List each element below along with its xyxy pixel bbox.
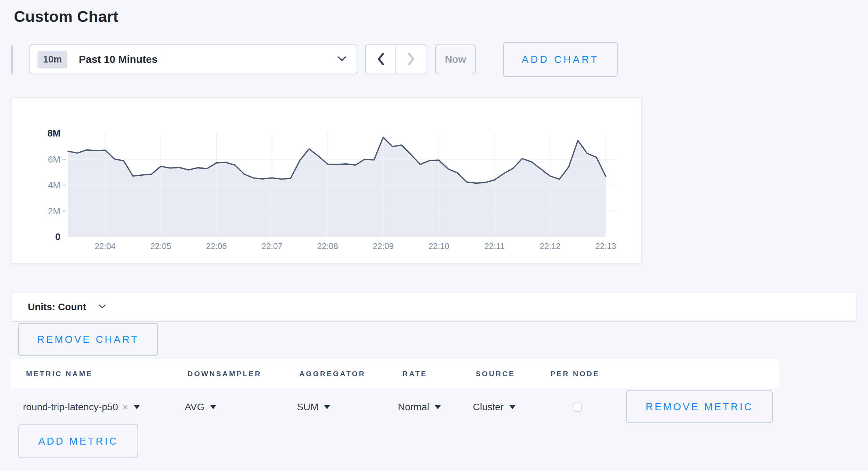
remove-metric-button[interactable]: REMOVE METRIC — [626, 390, 773, 423]
column-header-downsampler: DOWNSAMPLER — [187, 370, 261, 378]
downsampler-value: AVG — [185, 402, 205, 413]
column-header-aggregator: AGGREGATOR — [299, 370, 366, 378]
svg-text:8M: 8M — [47, 128, 60, 139]
downsampler-select[interactable]: AVG — [185, 397, 216, 418]
rate-select[interactable]: Normal — [398, 397, 441, 418]
column-header-per-node: PER NODE — [550, 370, 600, 378]
svg-text:4M: 4M — [48, 180, 60, 190]
time-next-button[interactable] — [396, 45, 426, 74]
column-header-metric-name: METRIC NAME — [26, 370, 93, 378]
units-dropdown[interactable]: Units: Count — [11, 292, 857, 322]
svg-text:6M: 6M — [48, 154, 60, 165]
per-node-checkbox[interactable] — [574, 403, 582, 412]
area-chart[interactable]: 8M6M4M2M022:0422:0522:0622:0722:0822:092… — [11, 98, 641, 263]
svg-text:22:05: 22:05 — [150, 241, 171, 251]
aggregator-value: SUM — [297, 402, 318, 413]
units-label: Units: Count — [28, 301, 86, 313]
svg-text:22:06: 22:06 — [206, 241, 227, 251]
svg-text:0: 0 — [55, 232, 60, 242]
add-chart-button[interactable]: ADD CHART — [503, 42, 618, 77]
clear-metric-icon[interactable]: × — [122, 401, 128, 413]
svg-text:22:12: 22:12 — [540, 241, 560, 251]
source-value: Cluster — [473, 402, 504, 413]
caret-down-icon — [435, 405, 441, 409]
remove-chart-button[interactable]: REMOVE CHART — [18, 323, 158, 356]
column-header-source: SOURCE — [476, 370, 515, 378]
time-range-dropdown[interactable]: 10m Past 10 Minutes — [30, 44, 357, 74]
svg-text:22:10: 22:10 — [428, 241, 449, 251]
chevron-right-icon — [406, 52, 416, 67]
svg-text:22:04: 22:04 — [95, 241, 116, 251]
chevron-down-icon — [337, 56, 346, 63]
page-title: Custom Chart — [14, 8, 118, 26]
svg-text:22:07: 22:07 — [261, 241, 282, 251]
rate-value: Normal — [398, 402, 429, 413]
svg-text:22:13: 22:13 — [595, 241, 616, 251]
metric-name-select[interactable]: round-trip-latency-p50 × — [23, 397, 140, 418]
add-metric-button[interactable]: ADD METRIC — [18, 424, 138, 458]
chevron-down-icon — [99, 304, 106, 310]
caret-down-icon — [210, 405, 216, 409]
source-select[interactable]: Cluster — [473, 397, 516, 418]
now-button[interactable]: Now — [435, 44, 476, 74]
column-header-rate: RATE — [402, 370, 427, 378]
chart-panel: 8M6M4M2M022:0422:0522:0622:0722:0822:092… — [11, 97, 642, 263]
toolbar-accent-bar — [11, 45, 12, 74]
aggregator-select[interactable]: SUM — [297, 397, 330, 418]
time-pager — [365, 44, 426, 74]
time-range-label: Past 10 Minutes — [79, 53, 158, 65]
time-window-badge: 10m — [37, 51, 67, 68]
caret-down-icon — [324, 405, 330, 409]
svg-text:22:11: 22:11 — [484, 241, 504, 251]
svg-text:22:08: 22:08 — [317, 241, 338, 251]
svg-text:22:09: 22:09 — [373, 241, 394, 251]
time-prev-button[interactable] — [366, 45, 396, 74]
metrics-table-header: METRIC NAME DOWNSAMPLER AGGREGATOR RATE … — [11, 359, 779, 388]
metric-name-value: round-trip-latency-p50 — [23, 402, 118, 413]
svg-text:2M: 2M — [48, 206, 60, 216]
caret-down-icon — [509, 405, 516, 409]
custom-chart-page: Custom Chart 10m Past 10 Minutes Now ADD… — [0, 0, 868, 471]
caret-down-icon — [134, 405, 140, 409]
chevron-left-icon — [376, 52, 386, 67]
